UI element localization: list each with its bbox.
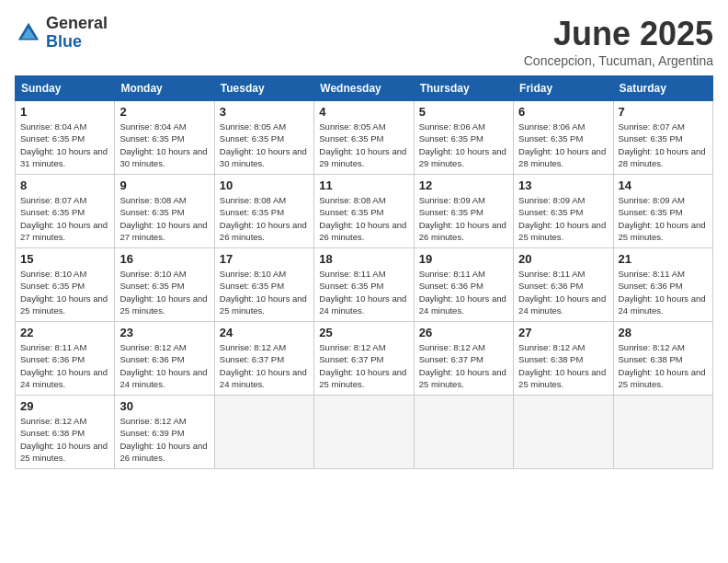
calendar-cell [514, 396, 613, 469]
calendar-week-row: 1 Sunrise: 8:04 AMSunset: 6:35 PMDayligh… [16, 101, 713, 175]
day-info: Sunrise: 8:05 AMSunset: 6:35 PMDaylight:… [319, 121, 408, 169]
day-info: Sunrise: 8:10 AMSunset: 6:35 PMDaylight:… [119, 268, 209, 316]
calendar-cell: 9 Sunrise: 8:08 AMSunset: 6:35 PMDayligh… [115, 175, 214, 248]
calendar-cell: 17 Sunrise: 8:10 AMSunset: 6:35 PMDaylig… [214, 248, 313, 322]
calendar-cell: 19 Sunrise: 8:11 AMSunset: 6:36 PMDaylig… [414, 248, 513, 322]
calendar-cell [414, 396, 513, 469]
day-info: Sunrise: 8:06 AMSunset: 6:35 PMDaylight:… [518, 121, 608, 169]
title-section: June 2025 Concepcion, Tucuman, Argentina [524, 15, 713, 68]
calendar-cell: 12 Sunrise: 8:09 AMSunset: 6:35 PMDaylig… [414, 175, 513, 248]
day-info: Sunrise: 8:11 AMSunset: 6:36 PMDaylight:… [518, 268, 608, 316]
day-number: 13 [518, 178, 608, 192]
day-number: 3 [220, 105, 309, 119]
col-sunday: Sunday [16, 76, 115, 101]
day-info: Sunrise: 8:11 AMSunset: 6:36 PMDaylight:… [619, 268, 708, 316]
day-number: 4 [319, 105, 408, 119]
col-monday: Monday [115, 76, 214, 101]
day-number: 18 [319, 252, 408, 266]
calendar-week-row: 29 Sunrise: 8:12 AMSunset: 6:38 PMDaylig… [16, 396, 713, 469]
day-number: 22 [20, 326, 109, 339]
logo: General Blue [15, 15, 108, 52]
calendar-week-row: 8 Sunrise: 8:07 AMSunset: 6:35 PMDayligh… [16, 175, 713, 248]
day-number: 27 [518, 326, 608, 339]
day-number: 24 [220, 326, 309, 339]
day-info: Sunrise: 8:12 AMSunset: 6:37 PMDaylight:… [419, 341, 508, 390]
calendar-cell: 7 Sunrise: 8:07 AMSunset: 6:35 PMDayligh… [613, 101, 712, 175]
calendar-cell: 28 Sunrise: 8:12 AMSunset: 6:38 PMDaylig… [613, 322, 712, 396]
calendar-cell: 4 Sunrise: 8:05 AMSunset: 6:35 PMDayligh… [314, 101, 414, 175]
day-info: Sunrise: 8:05 AMSunset: 6:35 PMDaylight:… [220, 121, 309, 169]
calendar-cell [613, 396, 712, 469]
day-number: 29 [20, 399, 109, 413]
day-number: 1 [20, 105, 109, 119]
day-info: Sunrise: 8:09 AMSunset: 6:35 PMDaylight:… [419, 194, 508, 243]
calendar-cell: 14 Sunrise: 8:09 AMSunset: 6:35 PMDaylig… [613, 175, 712, 248]
calendar-cell: 3 Sunrise: 8:05 AMSunset: 6:35 PMDayligh… [214, 101, 313, 175]
day-info: Sunrise: 8:07 AMSunset: 6:35 PMDaylight:… [619, 121, 708, 169]
day-number: 7 [619, 105, 708, 119]
day-number: 2 [119, 105, 209, 119]
calendar-cell: 13 Sunrise: 8:09 AMSunset: 6:35 PMDaylig… [514, 175, 613, 248]
calendar-cell: 29 Sunrise: 8:12 AMSunset: 6:38 PMDaylig… [16, 396, 115, 469]
day-number: 5 [419, 105, 508, 119]
day-number: 19 [419, 252, 508, 266]
calendar-cell: 23 Sunrise: 8:12 AMSunset: 6:36 PMDaylig… [115, 322, 214, 396]
day-info: Sunrise: 8:08 AMSunset: 6:35 PMDaylight:… [319, 194, 408, 243]
calendar-week-row: 15 Sunrise: 8:10 AMSunset: 6:35 PMDaylig… [16, 248, 713, 322]
calendar-cell: 8 Sunrise: 8:07 AMSunset: 6:35 PMDayligh… [16, 175, 115, 248]
calendar-cell: 15 Sunrise: 8:10 AMSunset: 6:35 PMDaylig… [16, 248, 115, 322]
day-info: Sunrise: 8:04 AMSunset: 6:35 PMDaylight:… [119, 121, 209, 169]
day-number: 10 [220, 178, 309, 192]
day-number: 28 [619, 326, 708, 339]
day-info: Sunrise: 8:10 AMSunset: 6:35 PMDaylight:… [20, 268, 109, 316]
day-info: Sunrise: 8:12 AMSunset: 6:39 PMDaylight:… [119, 415, 209, 464]
day-info: Sunrise: 8:07 AMSunset: 6:35 PMDaylight:… [20, 194, 109, 243]
col-friday: Friday [514, 76, 613, 101]
col-thursday: Thursday [414, 76, 513, 101]
day-number: 26 [419, 326, 508, 339]
day-number: 11 [319, 178, 408, 192]
day-number: 30 [119, 399, 209, 413]
logo-icon [15, 19, 42, 47]
day-info: Sunrise: 8:11 AMSunset: 6:36 PMDaylight:… [419, 268, 508, 316]
logo-text: General Blue [46, 15, 108, 52]
month-title: June 2025 [524, 15, 713, 53]
col-saturday: Saturday [613, 76, 712, 101]
header: General Blue June 2025 Concepcion, Tucum… [15, 15, 713, 68]
calendar-cell: 16 Sunrise: 8:10 AMSunset: 6:35 PMDaylig… [115, 248, 214, 322]
calendar-cell: 25 Sunrise: 8:12 AMSunset: 6:37 PMDaylig… [314, 322, 414, 396]
calendar-cell: 22 Sunrise: 8:11 AMSunset: 6:36 PMDaylig… [16, 322, 115, 396]
calendar-cell: 27 Sunrise: 8:12 AMSunset: 6:38 PMDaylig… [514, 322, 613, 396]
calendar: Sunday Monday Tuesday Wednesday Thursday… [15, 75, 713, 469]
day-info: Sunrise: 8:12 AMSunset: 6:38 PMDaylight:… [619, 341, 708, 390]
calendar-cell [314, 396, 414, 469]
day-number: 23 [119, 326, 209, 339]
day-info: Sunrise: 8:12 AMSunset: 6:37 PMDaylight:… [220, 341, 309, 390]
calendar-header-row: Sunday Monday Tuesday Wednesday Thursday… [16, 76, 713, 101]
day-number: 15 [20, 252, 109, 266]
day-info: Sunrise: 8:12 AMSunset: 6:37 PMDaylight:… [319, 341, 408, 390]
day-number: 20 [518, 252, 608, 266]
day-number: 16 [119, 252, 209, 266]
day-number: 12 [419, 178, 508, 192]
day-info: Sunrise: 8:04 AMSunset: 6:35 PMDaylight:… [20, 121, 109, 169]
calendar-cell: 10 Sunrise: 8:08 AMSunset: 6:35 PMDaylig… [214, 175, 313, 248]
day-info: Sunrise: 8:12 AMSunset: 6:38 PMDaylight:… [20, 415, 109, 464]
logo-general: General [46, 15, 108, 33]
calendar-cell: 5 Sunrise: 8:06 AMSunset: 6:35 PMDayligh… [414, 101, 513, 175]
col-tuesday: Tuesday [214, 76, 313, 101]
day-number: 21 [619, 252, 708, 266]
calendar-cell: 30 Sunrise: 8:12 AMSunset: 6:39 PMDaylig… [115, 396, 214, 469]
day-info: Sunrise: 8:11 AMSunset: 6:35 PMDaylight:… [319, 268, 408, 316]
day-info: Sunrise: 8:10 AMSunset: 6:35 PMDaylight:… [220, 268, 309, 316]
calendar-cell: 20 Sunrise: 8:11 AMSunset: 6:36 PMDaylig… [514, 248, 613, 322]
day-number: 14 [619, 178, 708, 192]
calendar-cell: 24 Sunrise: 8:12 AMSunset: 6:37 PMDaylig… [214, 322, 313, 396]
day-info: Sunrise: 8:06 AMSunset: 6:35 PMDaylight:… [419, 121, 508, 169]
day-number: 8 [20, 178, 109, 192]
calendar-week-row: 22 Sunrise: 8:11 AMSunset: 6:36 PMDaylig… [16, 322, 713, 396]
calendar-cell: 11 Sunrise: 8:08 AMSunset: 6:35 PMDaylig… [314, 175, 414, 248]
day-number: 25 [319, 326, 408, 339]
day-info: Sunrise: 8:09 AMSunset: 6:35 PMDaylight:… [518, 194, 608, 243]
calendar-cell: 6 Sunrise: 8:06 AMSunset: 6:35 PMDayligh… [514, 101, 613, 175]
